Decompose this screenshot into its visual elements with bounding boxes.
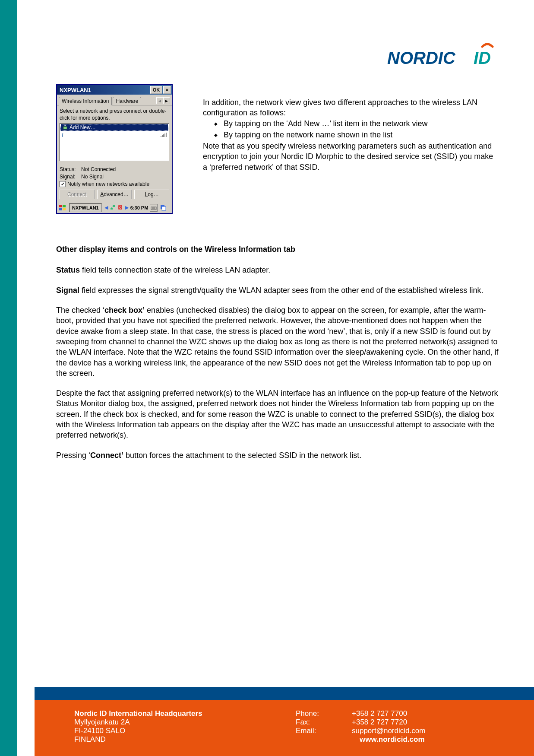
tab-scroll-right-icon[interactable]: ► xyxy=(163,97,170,104)
section-heading: Other display items and controls on the … xyxy=(56,244,499,254)
network-list[interactable]: Add New… i xyxy=(60,123,169,161)
log-button[interactable]: Log… xyxy=(134,190,169,199)
addr-line-1: Myllyojankatu 2A xyxy=(74,718,296,727)
tray-desktop-icon[interactable] xyxy=(159,204,167,212)
addr-line-2: FI-24100 SALO xyxy=(74,727,296,735)
hq-title: Nordic ID International Headquarters xyxy=(74,709,296,718)
add-new-item[interactable]: Add New… xyxy=(60,124,168,131)
wince-window: NXPWLAN1 OK × Wireless Information Hardw… xyxy=(56,84,173,214)
start-icon[interactable] xyxy=(58,203,67,212)
status-label: Status: xyxy=(60,166,81,172)
ok-button[interactable]: OK xyxy=(150,86,162,94)
svg-rect-3 xyxy=(163,134,164,137)
signal-bars-icon xyxy=(161,133,167,138)
svg-rect-7 xyxy=(63,205,66,207)
tab-hardware[interactable]: Hardware xyxy=(113,97,141,105)
tab-strip: Wireless Information Hardware ◄ ► xyxy=(57,95,172,105)
email-value: support@nordicid.com xyxy=(352,727,499,735)
connect-paragraph: Pressing ‘Connect’ button forces the att… xyxy=(56,450,499,461)
svg-rect-0 xyxy=(63,127,67,129)
taskbar: NXPWLAN1 ◀ ▶ 6:30 PM xyxy=(57,202,172,213)
note-bold: Note xyxy=(203,142,219,150)
intro-paragraph: In addition, the network view gives two … xyxy=(203,97,499,118)
note-paragraph: Note that as you specify wireless networ… xyxy=(203,141,499,172)
addr-line-3: FINLAND xyxy=(74,735,296,744)
fax-value: +358 2 727 7720 xyxy=(352,718,499,727)
footer-blue-strip: Nordic ID International Headquarters Myl… xyxy=(35,687,534,756)
website: www.nordicid.com xyxy=(360,735,499,744)
window-title: NXPWLAN1 xyxy=(58,87,149,93)
svg-rect-4 xyxy=(164,133,165,137)
tray-keyboard-icon[interactable] xyxy=(150,204,158,212)
nordicid-logo: NORDIC ID xyxy=(387,43,499,69)
taskbar-clock[interactable]: 6:30 PM xyxy=(130,205,149,210)
tray-arrow-icon[interactable]: ▶ xyxy=(125,205,129,210)
svg-rect-8 xyxy=(59,208,62,210)
page-content: NORDIC ID NXPWLAN1 OK × Wireless Informa… xyxy=(17,0,534,756)
phone-label: Phone: xyxy=(296,709,352,718)
tray-battery-icon[interactable] xyxy=(117,204,123,211)
logo-text-nordic: NORDIC xyxy=(387,48,456,67)
status-value: Not Connected xyxy=(81,166,116,172)
svg-rect-2 xyxy=(162,135,163,137)
bullet-add-new: By tapping on the ‘Add New …’ list item … xyxy=(224,118,499,129)
svg-rect-17 xyxy=(162,206,166,210)
footer: Nordic ID International Headquarters Myl… xyxy=(35,700,534,756)
side-stripe xyxy=(0,0,17,756)
svg-rect-9 xyxy=(63,208,66,210)
fax-label: Fax: xyxy=(296,718,352,727)
svg-rect-1 xyxy=(161,136,161,137)
preferred-network-bold: preferred network xyxy=(211,163,272,172)
tray-network-icon[interactable] xyxy=(110,204,116,211)
add-new-label: Add New… xyxy=(70,124,96,130)
signal-value: No Signal xyxy=(81,174,104,180)
signal-label: Signal: xyxy=(60,174,81,180)
preferred-network-paragraph: Despite the fact that assigning preferre… xyxy=(56,388,499,440)
title-bar: NXPWLAN1 OK × xyxy=(57,85,172,95)
signal-paragraph: Signal field expresses the signal streng… xyxy=(56,285,499,295)
bullet-network-name: By tapping on the network name shown in … xyxy=(224,130,499,140)
email-label: Email: xyxy=(296,727,352,735)
status-paragraph: Status field tells connection state of t… xyxy=(56,265,499,275)
logo-text-id: ID xyxy=(474,48,491,67)
network-placeholder-row[interactable]: i xyxy=(60,131,168,139)
notify-label: Notify when new networks available xyxy=(67,181,149,187)
tab-scroll-left-icon[interactable]: ◄ xyxy=(156,97,163,104)
tab-wireless-information[interactable]: Wireless Information xyxy=(59,97,112,105)
svg-rect-13 xyxy=(151,207,156,210)
taskbar-app-button[interactable]: NXPWLAN1 xyxy=(69,203,102,212)
notify-checkbox[interactable]: ✓ xyxy=(60,181,66,187)
connect-button[interactable]: Connect xyxy=(60,190,95,199)
checkbox-paragraph: The checked ‘check box’ enables (uncheck… xyxy=(56,305,499,378)
advanced-button[interactable]: Advanced… xyxy=(97,190,132,199)
network-icon xyxy=(62,124,68,130)
tray-volume-icon[interactable]: ◀ xyxy=(104,205,108,210)
svg-rect-10 xyxy=(111,208,113,210)
svg-rect-6 xyxy=(59,205,62,207)
instruction-text: Select a network and press connect or do… xyxy=(60,108,169,121)
svg-rect-5 xyxy=(166,133,167,137)
intro-text-column: In addition, the network view gives two … xyxy=(203,84,499,172)
phone-value: +358 2 727 7700 xyxy=(352,709,499,718)
info-icon: i xyxy=(62,132,68,139)
close-button[interactable]: × xyxy=(163,86,171,94)
